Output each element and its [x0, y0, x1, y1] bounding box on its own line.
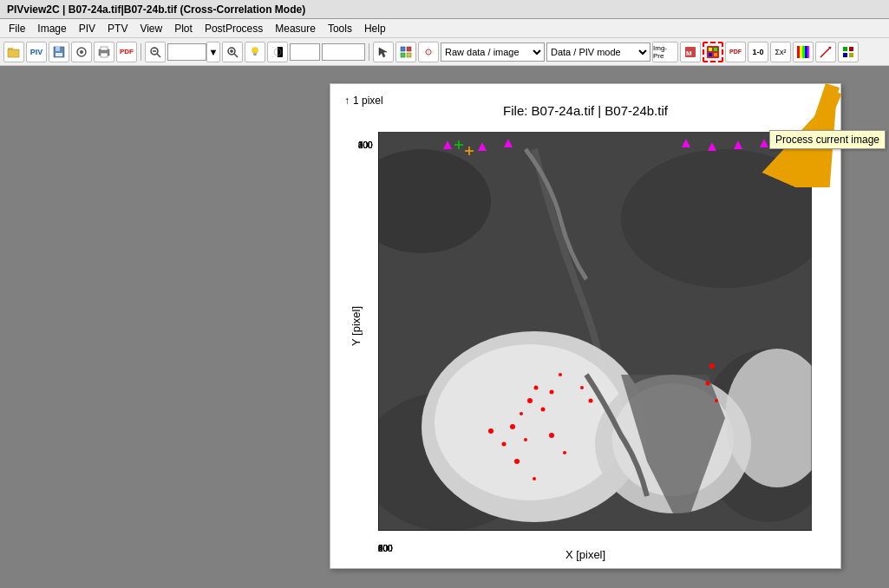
vectors-button[interactable] [815, 42, 836, 62]
menu-ptv[interactable]: PTV [102, 21, 133, 36]
img-pre-button[interactable]: Img-Pre [652, 42, 678, 62]
svg-point-60 [527, 398, 533, 403]
svg-rect-38 [797, 46, 800, 58]
svg-rect-21 [272, 47, 278, 57]
process-current-button[interactable] [703, 42, 723, 62]
svg-point-68 [502, 442, 507, 447]
x-tick-600: 600 [378, 544, 393, 553]
aerial-image-svg [378, 132, 812, 531]
svg-point-72 [559, 373, 562, 376]
cursor-button[interactable] [373, 42, 394, 62]
bulb-button[interactable] [245, 42, 265, 62]
menu-piv[interactable]: PIV [74, 21, 101, 36]
mask-button[interactable]: M [680, 42, 701, 62]
svg-rect-41 [805, 46, 807, 58]
menu-help[interactable]: Help [359, 21, 391, 36]
svg-point-70 [533, 477, 536, 480]
svg-point-55 [435, 344, 625, 500]
menu-view[interactable]: View [134, 21, 167, 36]
process-tooltip-text: Process current image [775, 134, 879, 146]
svg-rect-3 [56, 47, 60, 51]
main-area: ↑ 1 pixel File: B07-24a.tif | B07-24b.ti… [0, 66, 889, 588]
menubar: File Image PIV PTV View Plot PostProcess… [0, 19, 889, 38]
svg-point-69 [514, 459, 520, 464]
svg-point-75 [589, 399, 593, 403]
svg-rect-25 [407, 47, 411, 51]
pdf-export-button[interactable]: PDF [725, 42, 746, 62]
pixel-scale-text: 1 pixel [353, 95, 383, 107]
print-button[interactable] [94, 42, 114, 62]
svg-rect-8 [101, 47, 108, 50]
aerial-image-container [378, 132, 812, 531]
svg-point-62 [520, 412, 523, 415]
svg-rect-39 [800, 46, 802, 58]
svg-point-73 [488, 428, 494, 434]
svg-rect-19 [254, 55, 257, 56]
toolbar: PIV PDF 100% ▼ 0 65535 [0, 38, 889, 66]
menu-tools[interactable]: Tools [323, 21, 357, 36]
zoom-group: 100% ▼ [167, 42, 220, 62]
svg-point-77 [715, 399, 718, 402]
pixel-scale-label: ↑ 1 pixel [344, 95, 383, 107]
svg-marker-23 [379, 48, 387, 57]
menu-postprocess[interactable]: PostProcess [199, 21, 268, 36]
title-text: PIVview2C | B07-24a.tif|B07-24b.tif (Cro… [7, 3, 305, 16]
piv-mode-select[interactable]: Data / PIV mode [546, 42, 650, 62]
svg-rect-35 [714, 48, 717, 51]
svg-point-74 [580, 386, 584, 389]
process-current-tooltip: Process current image [769, 130, 886, 149]
svg-line-43 [820, 47, 831, 57]
svg-point-6 [80, 50, 83, 54]
svg-rect-42 [807, 46, 809, 58]
num-1-button[interactable]: 1-0 [748, 42, 768, 62]
svg-point-76 [706, 382, 710, 386]
svg-rect-24 [401, 47, 405, 51]
menu-file[interactable]: File [3, 21, 30, 36]
plot-title: File: B07-24a.tif | B07-24b.tif [503, 103, 668, 118]
zoom-in-button[interactable] [222, 42, 243, 62]
svg-rect-27 [407, 53, 411, 57]
display-mode-select[interactable]: Raw data / image [441, 42, 545, 62]
plot-canvas: ↑ 1 pixel File: B07-24a.tif | B07-24b.ti… [330, 83, 841, 569]
save-button[interactable] [49, 42, 69, 62]
piv-icon-button[interactable]: PIV [26, 42, 47, 62]
svg-rect-0 [8, 48, 13, 49]
contrast-button[interactable] [267, 42, 288, 62]
open-file-button[interactable] [3, 42, 24, 62]
svg-line-14 [234, 54, 238, 57]
zoom-out-button[interactable] [145, 42, 166, 62]
zoom-input[interactable]: 100% [167, 43, 206, 61]
svg-rect-18 [253, 53, 257, 55]
menu-measure[interactable]: Measure [270, 21, 321, 36]
y-axis-label: Y [pixel] [350, 306, 363, 346]
range-min-input[interactable]: 0 [290, 43, 320, 61]
svg-rect-4 [56, 53, 62, 56]
extra-button[interactable] [838, 42, 859, 62]
pixel-arrow-icon: ↑ [344, 95, 350, 107]
svg-rect-34 [709, 48, 712, 51]
separator-1 [141, 43, 141, 61]
svg-point-66 [549, 433, 554, 438]
svg-point-78 [709, 363, 715, 369]
y-tick-400: 400 [358, 140, 373, 150]
svg-rect-45 [843, 47, 847, 51]
color-map-button[interactable] [793, 42, 814, 62]
pdf-button[interactable]: PDF [116, 42, 137, 62]
range-max-input[interactable]: 65535 [322, 43, 365, 61]
svg-point-61 [534, 386, 539, 390]
settings-button[interactable] [71, 42, 92, 62]
menu-plot[interactable]: Plot [169, 21, 198, 36]
svg-rect-36 [709, 53, 712, 56]
menu-image[interactable]: Image [32, 21, 71, 36]
svg-line-11 [157, 54, 160, 57]
grid-btn-2[interactable] [418, 42, 439, 62]
zoom-dropdown-button[interactable]: ▼ [206, 42, 220, 62]
svg-text:M: M [686, 49, 692, 57]
separator-2 [369, 43, 369, 61]
svg-rect-48 [849, 53, 853, 57]
stats-button[interactable]: Σx² [770, 42, 791, 62]
svg-point-64 [524, 438, 527, 441]
x-axis-label: X [pixel] [565, 548, 605, 561]
grid-btn-1[interactable] [395, 42, 416, 62]
svg-point-17 [252, 47, 258, 53]
